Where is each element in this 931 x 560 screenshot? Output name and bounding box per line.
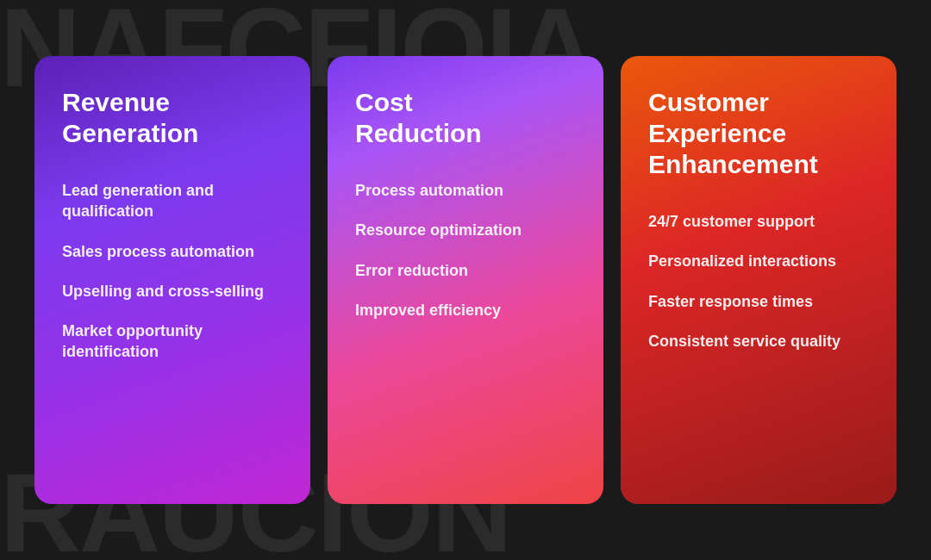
list-item: Upselling and cross-selling xyxy=(62,281,283,302)
list-item: Market opportunity identification xyxy=(62,320,283,363)
card-customer-title: CustomerExperienceEnhancement xyxy=(648,87,869,180)
card-customer: CustomerExperienceEnhancement 24/7 custo… xyxy=(621,56,897,504)
list-item: Lead generation and qualification xyxy=(62,180,283,222)
card-cost-items: Process automation Resource optimization… xyxy=(355,180,576,473)
list-item: Process automation xyxy=(355,180,576,201)
card-revenue-items: Lead generation and qualification Sales … xyxy=(62,180,283,473)
list-item: Personalized interactions xyxy=(648,251,869,271)
card-revenue-title: RevenueGeneration xyxy=(62,87,283,149)
list-item: 24/7 customer support xyxy=(648,211,869,232)
list-item: Improved efficiency xyxy=(355,300,576,320)
list-item: Consistent service quality xyxy=(648,331,869,352)
card-revenue: RevenueGeneration Lead generation and qu… xyxy=(34,56,310,504)
card-customer-items: 24/7 customer support Personalized inter… xyxy=(648,211,869,473)
list-item: Sales process automation xyxy=(62,241,283,262)
list-item: Resource optimization xyxy=(355,220,576,240)
list-item: Error reduction xyxy=(355,260,576,281)
card-cost: CostReduction Process automation Resourc… xyxy=(328,56,603,504)
card-cost-title: CostReduction xyxy=(355,87,576,149)
list-item: Faster response times xyxy=(648,291,869,312)
cards-container: RevenueGeneration Lead generation and qu… xyxy=(0,0,931,560)
